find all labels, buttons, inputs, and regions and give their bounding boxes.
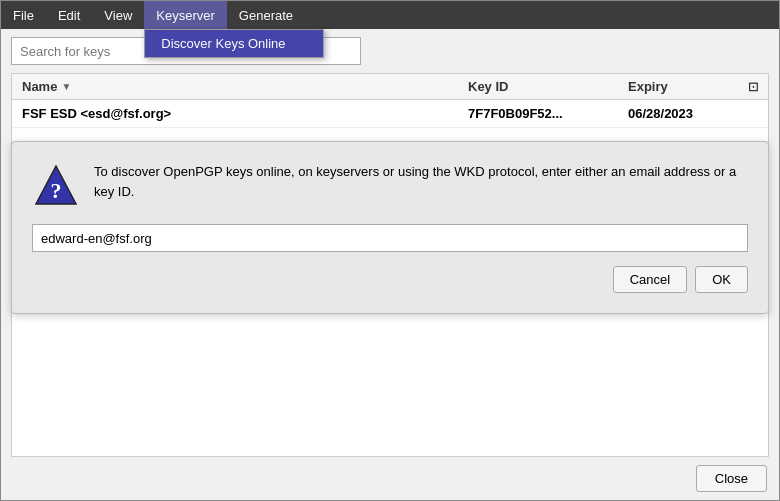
dialog-input-area — [32, 224, 748, 252]
menu-keyserver[interactable]: Keyserver Discover Keys Online — [144, 1, 227, 29]
dialog-buttons: Cancel OK — [32, 266, 748, 293]
row-keyid: 7F7F0B09F52... — [468, 106, 628, 121]
cancel-button[interactable]: Cancel — [613, 266, 687, 293]
menu-view[interactable]: View — [92, 1, 144, 29]
table-header: Name ▼ Key ID Expiry ⊡ — [12, 74, 768, 100]
dialog-message: To discover OpenPGP keys online, on keys… — [94, 162, 748, 201]
menu-view-label: View — [104, 8, 132, 23]
menu-file-label: File — [13, 8, 34, 23]
ok-button[interactable]: OK — [695, 266, 748, 293]
col-name-header: Name ▼ — [12, 79, 468, 94]
menu-generate[interactable]: Generate — [227, 1, 305, 29]
sort-arrow-icon: ▼ — [61, 81, 71, 92]
row-expiry: 06/28/2023 — [628, 106, 738, 121]
col-keyid-header: Key ID — [468, 79, 628, 94]
dialog-content: ? To discover OpenPGP keys online, on ke… — [32, 162, 748, 293]
menu-edit[interactable]: Edit — [46, 1, 92, 29]
discover-dialog: ? To discover OpenPGP keys online, on ke… — [11, 141, 769, 314]
close-button[interactable]: Close — [696, 465, 767, 492]
question-icon: ? — [32, 162, 80, 210]
menubar: File Edit View Keyserver Discover Keys O… — [1, 1, 779, 29]
search-area — [1, 29, 779, 73]
discover-key-input[interactable] — [32, 224, 748, 252]
col-name-label: Name — [22, 79, 57, 94]
svg-text:?: ? — [51, 178, 62, 203]
bottom-bar: Close — [1, 457, 779, 500]
col-expiry-label: Expiry — [628, 79, 668, 94]
menu-keyserver-label: Keyserver — [156, 8, 215, 23]
discover-keys-online-label: Discover Keys Online — [161, 36, 285, 51]
table-icon: ⊡ — [748, 79, 759, 94]
keyserver-dropdown: Discover Keys Online — [144, 29, 324, 58]
menu-file[interactable]: File — [1, 1, 46, 29]
col-keyid-label: Key ID — [468, 79, 508, 94]
menu-edit-label: Edit — [58, 8, 80, 23]
col-expiry-header: Expiry — [628, 79, 738, 94]
dialog-top: ? To discover OpenPGP keys online, on ke… — [32, 162, 748, 210]
menu-generate-label: Generate — [239, 8, 293, 23]
col-icon-header: ⊡ — [738, 79, 768, 94]
discover-keys-online-menuitem[interactable]: Discover Keys Online — [145, 30, 323, 57]
table-row[interactable]: FSF ESD <esd@fsf.org> 7F7F0B09F52... 06/… — [12, 100, 768, 128]
row-name: FSF ESD <esd@fsf.org> — [12, 106, 468, 121]
